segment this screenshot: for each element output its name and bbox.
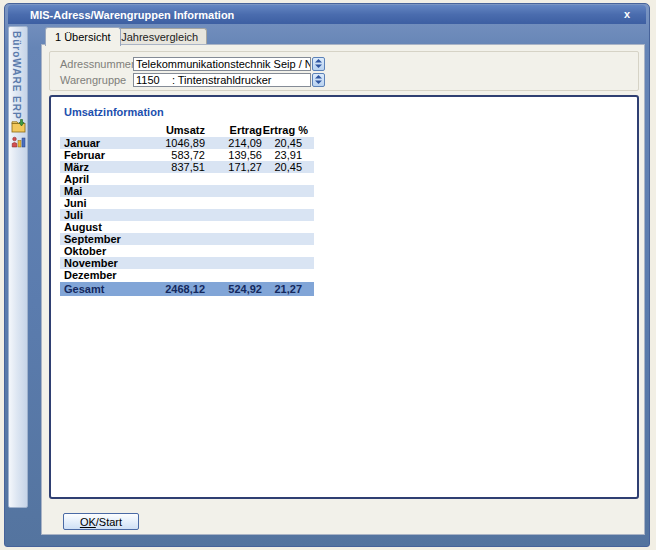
table-row: Oktober	[60, 245, 314, 257]
table-row: Juli	[60, 209, 314, 221]
col-ertrag-header: Ertrag	[205, 124, 262, 136]
statistics-icon[interactable]	[11, 135, 26, 149]
table-row: Dezember	[60, 269, 314, 281]
adressnummer-lookup-button[interactable]	[312, 57, 325, 71]
umsatz-panel: Umsatzinformation Umsatz Ertrag Ertrag %…	[49, 95, 639, 499]
umsatz-table: Umsatz Ertrag Ertrag % Januar 1046,89 21…	[60, 122, 314, 296]
table-row: August	[60, 221, 314, 233]
tab-content: Adressnummer 10015: Telekommunikationste…	[41, 44, 645, 535]
warengruppe-lookup-button[interactable]	[312, 73, 325, 87]
updown-arrows-icon	[315, 75, 322, 84]
table-row: Juni	[60, 197, 314, 209]
brand-label: BüroWARE ERP	[11, 31, 22, 120]
warengruppe-label: Warengruppe	[60, 74, 133, 86]
table-row: Februar 583,72 139,56 23,91	[60, 149, 314, 161]
table-row: Mai	[60, 185, 314, 197]
tab-jahresvergleich-label: 2 Jahresvergleich	[112, 31, 198, 43]
folder-import-icon[interactable]	[11, 119, 26, 133]
panel-title: Umsatzinformation	[64, 106, 164, 118]
selection-groupbox: Adressnummer 10015: Telekommunikationste…	[49, 51, 639, 91]
brand-sidebar: BüroWARE ERP	[8, 26, 28, 508]
table-total-row: Gesamt 2468,12 524,92 21,27	[60, 282, 314, 296]
title-bar: MIS-Adress/Warengruppen Information x	[8, 5, 646, 24]
tab-uebersicht-label: 1 Übersicht	[55, 31, 111, 43]
adressnummer-field[interactable]: 10015: Telekommunikationstechnik Seip / …	[133, 57, 311, 71]
table-row: März 837,51 171,27 20,45	[60, 161, 314, 173]
table-row: April	[60, 173, 314, 185]
table-row: September	[60, 233, 314, 245]
adressnummer-row: Adressnummer 10015: Telekommunikationste…	[60, 56, 325, 71]
tab-uebersicht[interactable]: 1 Übersicht	[45, 27, 121, 46]
close-icon[interactable]: x	[621, 7, 633, 22]
app-window: MIS-Adress/Warengruppen Information x Bü…	[4, 3, 650, 547]
window-title: MIS-Adress/Warengruppen Information	[30, 9, 234, 21]
table-header-row: Umsatz Ertrag Ertrag %	[60, 122, 314, 137]
table-row: November	[60, 257, 314, 269]
updown-arrows-icon	[315, 59, 322, 68]
warengruppe-row: Warengruppe 1150 : Tintenstrahldrucker	[60, 72, 325, 87]
table-row: Januar 1046,89 214,09 20,45	[60, 137, 314, 149]
adressnummer-label: Adressnummer	[60, 58, 133, 70]
col-umsatz-header: Umsatz	[145, 124, 205, 136]
warengruppe-field[interactable]: 1150 : Tintenstrahldrucker	[133, 73, 311, 87]
ok-start-button[interactable]: OK/Start	[63, 513, 139, 530]
col-ertrag-pct-header: Ertrag %	[262, 124, 314, 136]
ok-start-label: OK/Start	[80, 516, 122, 528]
